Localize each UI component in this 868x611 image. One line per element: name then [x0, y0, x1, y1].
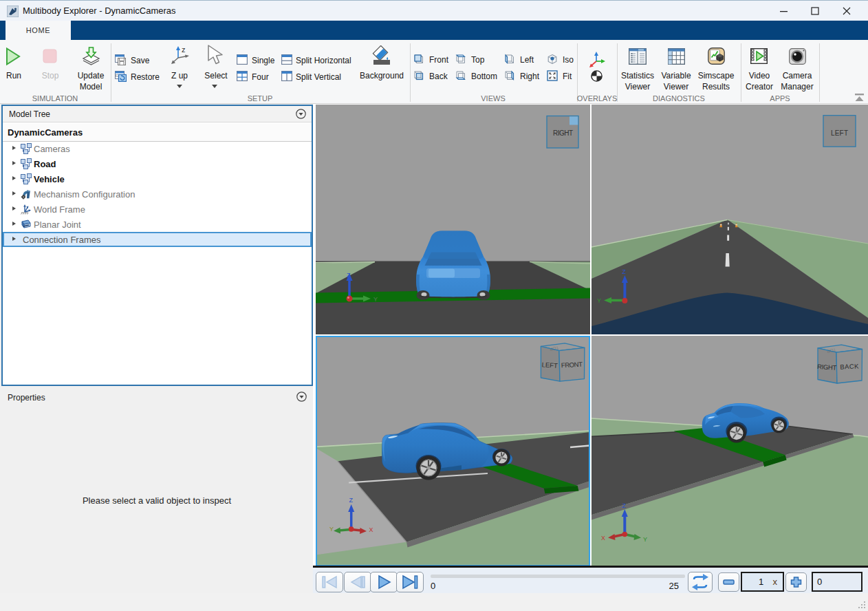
svg-text:Z: Z [347, 272, 351, 279]
svg-text:Y: Y [643, 536, 647, 543]
svg-text:Z: Z [349, 497, 354, 504]
svg-text:Z: Z [622, 502, 627, 509]
svg-text:Y: Y [373, 296, 378, 303]
svg-text:LEFT: LEFT [831, 129, 848, 137]
svg-text:z: z [182, 45, 186, 54]
svg-text:LEFT: LEFT [541, 361, 558, 369]
svg-text:Y: Y [329, 526, 334, 533]
svg-text:RIGHT: RIGHT [817, 363, 837, 372]
svg-text:FRONT: FRONT [561, 361, 583, 369]
svg-text:Y: Y [597, 297, 601, 304]
svg-text:BACK: BACK [840, 362, 859, 370]
svg-text:X: X [369, 526, 373, 533]
svg-text:RIGHT: RIGHT [553, 129, 573, 137]
svg-text:X: X [601, 535, 605, 542]
svg-text:Z: Z [622, 268, 627, 275]
